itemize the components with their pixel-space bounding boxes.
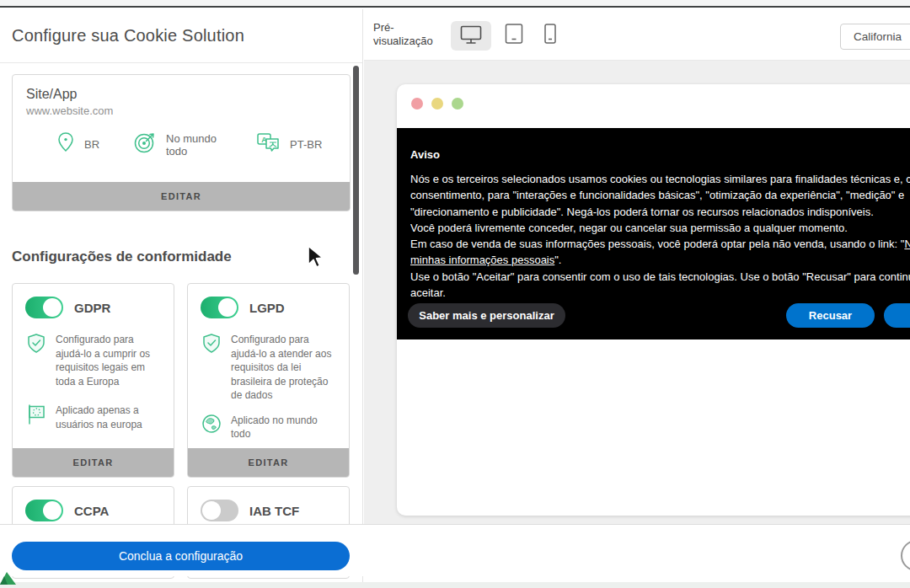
cookie-solution-configurator: Configure sua Cookie Solution Site/App w… xyxy=(0,0,910,588)
banner-line: minhas informações pessoais". xyxy=(410,252,910,268)
lgpd-label: LGPD xyxy=(249,301,285,315)
banner-line: aceitar. xyxy=(410,285,910,301)
lgpd-toggle[interactable] xyxy=(201,297,238,318)
banner-line: Você poderá livremente conceder, negar o… xyxy=(410,220,910,236)
banner-line: consentimento, para "interações e funcio… xyxy=(410,187,910,203)
window-bottom-edge xyxy=(0,582,910,588)
device-mobile-button[interactable] xyxy=(543,24,557,47)
bullet-text: Configurado para ajudá-lo a atender aos … xyxy=(231,333,339,403)
lgpd-bullet-scope: Aplicado no mundo todo xyxy=(201,414,339,441)
gdpr-bullet-scope: Aplicado apenas a usuários na europa xyxy=(26,404,163,431)
corner-decoration xyxy=(0,572,17,588)
browser-mockup: Aviso Nós e os terceiros selecionados us… xyxy=(397,84,910,516)
traffic-light-red xyxy=(411,98,423,110)
finish-configuration-button[interactable]: Conclua a configuração xyxy=(12,542,350,570)
scrollbar-thumb[interactable] xyxy=(353,66,359,275)
banner-line: Nós e os terceiros selecionados usamos c… xyxy=(410,171,910,187)
preview-panel: Pré-visualização xyxy=(364,9,910,582)
translate-icon: A xyxy=(256,131,280,158)
device-desktop-button[interactable] xyxy=(451,21,491,51)
banner-line: Em caso de venda de suas informações pes… xyxy=(410,236,910,252)
modal-footer: Conclua a configuração xyxy=(0,524,910,576)
settings-panel: Configure sua Cookie Solution Site/App w… xyxy=(0,9,363,582)
globe-icon xyxy=(201,414,222,441)
lgpd-edit-button[interactable]: EDITAR xyxy=(188,448,349,477)
bullet-text: Aplicado no mundo todo xyxy=(231,414,339,441)
gdpr-toggle[interactable] xyxy=(25,297,63,318)
desktop-icon xyxy=(458,24,484,49)
accept-button[interactable]: Aceitar xyxy=(884,303,910,328)
banner-line: "direcionamento e publicidade". Negá-los… xyxy=(410,204,910,220)
shield-check-icon xyxy=(26,333,46,388)
gdpr-bullet-compliance: Configurado para ajudá-lo a cumprir os r… xyxy=(26,333,163,388)
banner-line: Use o botão "Aceitar" para consentir com… xyxy=(410,269,910,285)
cookie-banner: Aviso Nós e os terceiros selecionados us… xyxy=(397,128,910,339)
bullet-text: Configurado para ajudá-lo a cumprir os r… xyxy=(56,333,163,388)
target-badge: No mundo todo xyxy=(133,131,256,158)
country-badge: BR xyxy=(57,131,133,157)
target-label: No mundo todo xyxy=(166,132,218,158)
preview-area: Aviso Nós e os terceiros selecionados us… xyxy=(364,61,910,530)
lgpd-bullet-compliance: Configurado para ajudá-lo a atender aos … xyxy=(201,333,339,403)
site-card: Site/App www.website.com BR xyxy=(12,74,351,211)
site-url: www.website.com xyxy=(26,104,350,117)
lgpd-card: LGPD Configurado para ajudá-l xyxy=(187,283,350,478)
settings-header: Configure sua Cookie Solution xyxy=(0,9,362,63)
eu-flag-icon xyxy=(26,404,46,431)
window-top-edge xyxy=(0,0,910,8)
help-button[interactable] xyxy=(901,540,910,571)
gdpr-card: GDPR Configurado para ajudá-l xyxy=(12,283,174,478)
gdpr-label: GDPR xyxy=(74,301,110,315)
location-pin-icon xyxy=(57,131,74,157)
gdpr-edit-button[interactable]: EDITAR xyxy=(13,448,174,477)
shield-check-icon xyxy=(201,333,222,403)
settings-scroll-area[interactable]: Site/App www.website.com BR xyxy=(0,64,362,582)
language-label: PT-BR xyxy=(290,138,322,151)
preview-label: Pré-visualização xyxy=(373,21,444,48)
compliance-heading: Configurações de conformidade xyxy=(12,249,351,265)
target-icon xyxy=(133,131,156,158)
iab-tcf-toggle[interactable] xyxy=(201,500,238,521)
tablet-icon xyxy=(504,22,524,49)
mobile-icon xyxy=(543,22,557,49)
bullet-text: Aplicado apenas a usuários na europa xyxy=(56,404,163,431)
traffic-light-green xyxy=(452,98,463,110)
cookie-banner-title: Aviso xyxy=(410,148,440,161)
configurator-modal: Configure sua Cookie Solution Site/App w… xyxy=(0,9,910,582)
preview-header: Pré-visualização xyxy=(364,9,910,61)
traffic-light-yellow xyxy=(431,98,443,110)
site-card-title: Site/App xyxy=(26,87,350,102)
ccpa-toggle[interactable] xyxy=(25,500,63,521)
ccpa-label: CCPA xyxy=(74,504,109,518)
region-selector[interactable]: California xyxy=(840,24,910,50)
page-title: Configure sua Cookie Solution xyxy=(12,26,244,45)
do-not-sell-link[interactable]: minhas informações pessoais xyxy=(410,254,554,266)
reject-button[interactable]: Recusar xyxy=(786,303,875,328)
country-label: BR xyxy=(84,138,99,151)
site-edit-button[interactable]: EDITAR xyxy=(13,182,350,211)
cookie-banner-text: Nós e os terceiros selecionados usamos c… xyxy=(410,171,910,301)
device-tablet-button[interactable] xyxy=(504,24,524,47)
browser-traffic-lights xyxy=(411,98,463,110)
iab-tcf-label: IAB TCF xyxy=(249,504,299,518)
do-not-sell-link[interactable]: Não venda xyxy=(904,238,910,250)
site-badges: BR xyxy=(57,131,350,158)
language-badge: A PT-BR xyxy=(256,131,322,158)
customize-button[interactable]: Saber mais e personalizar xyxy=(408,303,565,328)
